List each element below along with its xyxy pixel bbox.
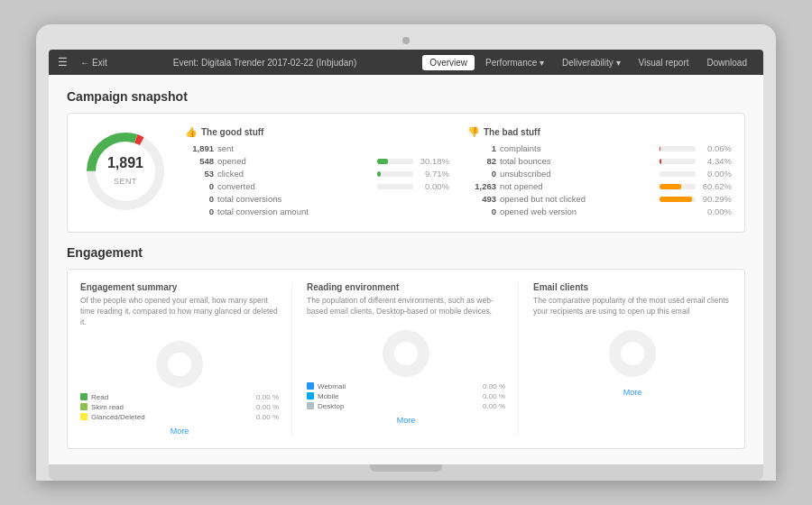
email-clients-desc: The comparative popularity of the most u…	[533, 296, 732, 317]
email-clients-col: Email clients The comparative popularity…	[533, 282, 732, 436]
reading-env-legend: Webmail 0.00 % Mobile 0.00 % Desktop 0.0…	[307, 382, 505, 410]
laptop-camera	[402, 37, 410, 44]
bad-stuff-title: 👎 The bad stuff	[467, 126, 732, 138]
donut-number: 1,891	[107, 155, 143, 171]
engagement-card: Engagement summary Of the people who ope…	[67, 269, 745, 449]
laptop-screen: ☰ ← Exit Event: Digitala Trender 2017-02…	[49, 50, 763, 464]
legend-item: Skim read 0.00 %	[80, 403, 279, 411]
reading-env-pie	[377, 325, 435, 382]
reading-environment-col: Reading environment The population of di…	[307, 282, 519, 436]
email-clients-pie	[604, 325, 661, 382]
engagement-summary-title: Engagement summary	[80, 282, 279, 292]
stat-row: 0 unsubscribed 0.00%	[467, 169, 732, 179]
stat-row: 548 opened 30.18%	[185, 156, 449, 166]
laptop-shell: ☰ ← Exit Event: Digitala Trender 2017-02…	[36, 24, 776, 481]
stat-bar	[660, 171, 696, 177]
stats-area: 👍 The good stuff 1,891 sent 548 opened 3…	[185, 126, 732, 219]
tab-visual-report[interactable]: Visual report	[632, 55, 697, 70]
top-nav: Overview Performance ▾ Deliverability ▾ …	[422, 55, 754, 70]
stat-bar	[660, 197, 696, 202]
thumbs-up-icon: 👍	[185, 126, 198, 138]
bad-stuff-col: 👎 The bad stuff 1 complaints 0.06% 82 to…	[467, 126, 732, 219]
laptop-notch	[370, 464, 442, 472]
good-stuff-title: 👍 The good stuff	[185, 126, 449, 138]
engagement-legend: Read 0.00 % Skim read 0.00 % Glanced/Del…	[80, 393, 279, 421]
reading-env-more-link[interactable]: More	[307, 416, 505, 425]
stat-row: 1 complaints 0.06%	[467, 143, 732, 153]
svg-point-4	[168, 353, 191, 376]
legend-item: Glanced/Deleted 0.00 %	[80, 413, 279, 421]
stat-row: 0 total conversion amount	[185, 207, 449, 216]
exit-button[interactable]: ← Exit	[80, 58, 107, 68]
good-stuff-col: 👍 The good stuff 1,891 sent 548 opened 3…	[185, 126, 449, 219]
stat-bar	[660, 159, 696, 164]
reading-environment-desc: The population of different environments…	[307, 296, 505, 317]
arrow-left-icon: ←	[80, 58, 89, 68]
stat-row: 493 opened but not clicked 90.29%	[467, 194, 732, 204]
stat-row: 0 total conversions	[185, 194, 449, 204]
tab-overview[interactable]: Overview	[422, 55, 475, 70]
stat-row: 53 clicked 9.71%	[185, 169, 449, 179]
legend-item: Webmail 0.00 %	[307, 382, 505, 390]
main-content: Campaign snapshot 1,891 SENT	[49, 75, 763, 464]
svg-point-8	[621, 342, 644, 365]
stat-row: 82 total bounces 4.34%	[467, 156, 732, 166]
tab-performance[interactable]: Performance ▾	[478, 55, 551, 70]
engagement-title: Engagement	[67, 245, 745, 260]
svg-point-6	[394, 342, 418, 365]
stat-bar	[377, 159, 413, 164]
engagement-pie	[151, 335, 208, 393]
stat-row: 0 opened web version 0.00%	[467, 207, 732, 216]
tab-deliverability[interactable]: Deliverability ▾	[555, 55, 627, 70]
engagement-more-link[interactable]: More	[80, 427, 279, 436]
email-clients-title: Email clients	[533, 282, 732, 292]
stat-row: 1,263 not opened 60.62%	[467, 181, 732, 191]
top-bar-left: ☰ ← Exit	[58, 56, 107, 69]
tab-download[interactable]: Download	[700, 55, 754, 70]
engagement-summary-col: Engagement summary Of the people who ope…	[80, 282, 292, 436]
donut-center: 1,891 SENT	[107, 155, 143, 188]
topbar-title: Event: Digitala Trender 2017-02-22 (Inbj…	[173, 58, 356, 68]
legend-item: Mobile 0.00 %	[307, 392, 505, 400]
engagement-summary-desc: Of the people who opened your email, how…	[80, 296, 279, 328]
donut-chart: 1,891 SENT	[80, 126, 171, 216]
laptop-bottom	[49, 464, 763, 481]
donut-label: SENT	[114, 177, 137, 186]
snapshot-card: 1,891 SENT 👍 The good stuff 1,891	[67, 113, 745, 233]
thumbs-down-icon: 👎	[467, 126, 480, 138]
stat-row: 1,891 sent	[185, 143, 449, 153]
legend-item: Desktop 0.00 %	[307, 402, 505, 410]
reading-environment-title: Reading environment	[307, 282, 505, 292]
stat-bar	[660, 146, 696, 152]
campaign-snapshot-title: Campaign snapshot	[67, 89, 745, 104]
stat-bar	[377, 171, 413, 177]
hamburger-icon[interactable]: ☰	[58, 56, 68, 69]
stat-bar	[377, 184, 413, 189]
top-bar: ☰ ← Exit Event: Digitala Trender 2017-02…	[49, 50, 763, 75]
stat-row: 0 converted 0.00%	[185, 181, 449, 191]
legend-item: Read 0.00 %	[80, 393, 279, 401]
stat-bar	[660, 184, 696, 189]
email-clients-more-link[interactable]: More	[533, 388, 732, 397]
